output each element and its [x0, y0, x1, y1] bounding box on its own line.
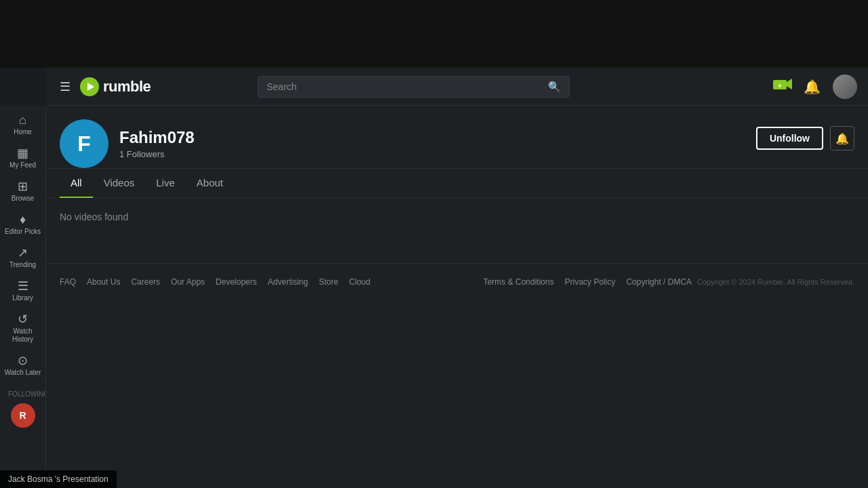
channel-bell-icon: 🔔 — [835, 132, 849, 145]
navbar-right: + 🔔 — [773, 75, 857, 99]
channel-info: Fahim078 1 Followers — [119, 128, 745, 159]
following-section-label: Following — [0, 382, 45, 401]
channel-avatar: F — [60, 119, 108, 168]
footer-links-right: Terms & Conditions Privacy Policy Copyri… — [484, 277, 692, 287]
bell-icon: 🔔 — [804, 79, 821, 95]
footer-link-careers[interactable]: Careers — [131, 277, 160, 287]
footer: FAQ About Us Careers Our Apps Developers… — [46, 263, 868, 300]
browse-icon: ⊞ — [18, 180, 28, 192]
sidebar-item-editor-picks[interactable]: ♦ Editor Picks — [0, 208, 45, 241]
watch-later-icon: ⊙ — [18, 354, 28, 367]
sidebar-item-watch-later[interactable]: ⊙ Watch Later — [0, 349, 45, 382]
main-content: F Fahim078 1 Followers Unfollow 🔔 All Vi… — [46, 106, 868, 488]
sidebar-item-library[interactable]: ☰ Library — [0, 274, 45, 308]
sidebar-item-trending[interactable]: ↗ Trending — [0, 241, 45, 274]
navbar: ☰ rumble 🔍 + 🔔 — [46, 68, 868, 106]
footer-links-left: FAQ About Us Careers Our Apps Developers… — [60, 277, 478, 287]
navbar-left: ☰ rumble — [57, 77, 151, 97]
sidebar-label-watch-later: Watch Later — [5, 369, 41, 377]
user-avatar[interactable] — [833, 75, 857, 99]
sidebar-label-trending: Trending — [9, 261, 36, 269]
sidebar-label-browse: Browse — [12, 195, 34, 203]
sidebar-item-home[interactable]: ⌂ Home — [0, 108, 45, 142]
search-bar: 🔍 — [258, 76, 570, 98]
sidebar-item-my-feed[interactable]: ▦ My Feed — [0, 142, 45, 175]
my-feed-icon: ▦ — [17, 147, 28, 159]
editor-picks-icon: ♦ — [20, 214, 26, 226]
no-videos-message: No videos found — [60, 211, 854, 222]
upload-icon: + — [773, 77, 792, 92]
tab-videos[interactable]: Videos — [93, 169, 146, 198]
home-icon: ⌂ — [19, 114, 26, 126]
footer-link-advertising[interactable]: Advertising — [268, 277, 308, 287]
library-icon: ☰ — [18, 280, 28, 292]
channel-followers: 1 Followers — [119, 149, 745, 159]
tab-live[interactable]: Live — [145, 169, 186, 198]
footer-copyright: Copyright © 2024 Rumble. All Rights Rese… — [697, 278, 854, 286]
sidebar-label-library: Library — [12, 294, 33, 302]
sidebar-item-watch-history[interactable]: ↺ Watch History — [0, 308, 45, 349]
footer-link-our-apps[interactable]: Our Apps — [171, 277, 205, 287]
footer-link-store[interactable]: Store — [319, 277, 338, 287]
hamburger-button[interactable]: ☰ — [57, 77, 73, 97]
channel-header: F Fahim078 1 Followers Unfollow 🔔 — [46, 106, 868, 169]
search-input[interactable] — [267, 81, 548, 92]
notifications-button[interactable]: 🔔 — [800, 75, 825, 99]
footer-link-cloud[interactable]: Cloud — [349, 277, 370, 287]
svg-text:+: + — [778, 82, 782, 89]
sidebar-label-editor-picks: Editor Picks — [5, 228, 41, 236]
channel-name: Fahim078 — [119, 128, 745, 147]
rumble-logo-icon — [80, 77, 99, 96]
logo[interactable]: rumble — [80, 77, 151, 96]
footer-link-developers[interactable]: Developers — [216, 277, 257, 287]
trending-icon: ↗ — [18, 247, 28, 259]
left-sidebar: ⌂ Home ▦ My Feed ⊞ Browse ♦ Editor Picks… — [0, 106, 46, 488]
channel-tabs: All Videos Live About — [46, 169, 868, 198]
channel-notifications-button[interactable]: 🔔 — [830, 126, 854, 150]
watch-history-icon: ↺ — [18, 313, 28, 325]
upload-button[interactable]: + — [773, 77, 792, 96]
sidebar-item-browse[interactable]: ⊞ Browse — [0, 175, 45, 208]
footer-link-about-us[interactable]: About Us — [87, 277, 120, 287]
user-avatar-image — [833, 75, 857, 99]
tab-about[interactable]: About — [186, 169, 234, 198]
unfollow-button[interactable]: Unfollow — [756, 127, 823, 150]
svg-marker-3 — [787, 79, 792, 89]
following-channel-avatar[interactable]: R — [11, 403, 35, 428]
tab-all[interactable]: All — [60, 169, 93, 198]
sidebar-label-home: Home — [14, 128, 32, 136]
footer-link-terms[interactable]: Terms & Conditions — [484, 277, 554, 287]
footer-link-privacy[interactable]: Privacy Policy — [565, 277, 616, 287]
top-bar — [0, 0, 868, 68]
search-input-wrap: 🔍 — [258, 76, 570, 98]
sidebar-label-my-feed: My Feed — [9, 161, 36, 169]
sidebar-label-watch-history: Watch History — [3, 327, 43, 344]
bottom-tooltip: Jack Bosma 's Presentation — [0, 470, 117, 488]
footer-link-faq[interactable]: FAQ — [60, 277, 76, 287]
footer-link-copyright[interactable]: Copyright / DMCA — [626, 277, 692, 287]
logo-text: rumble — [103, 78, 151, 96]
content-area: No videos found — [46, 198, 868, 236]
search-icon: 🔍 — [548, 81, 561, 93]
channel-actions: Unfollow 🔔 — [756, 126, 854, 150]
